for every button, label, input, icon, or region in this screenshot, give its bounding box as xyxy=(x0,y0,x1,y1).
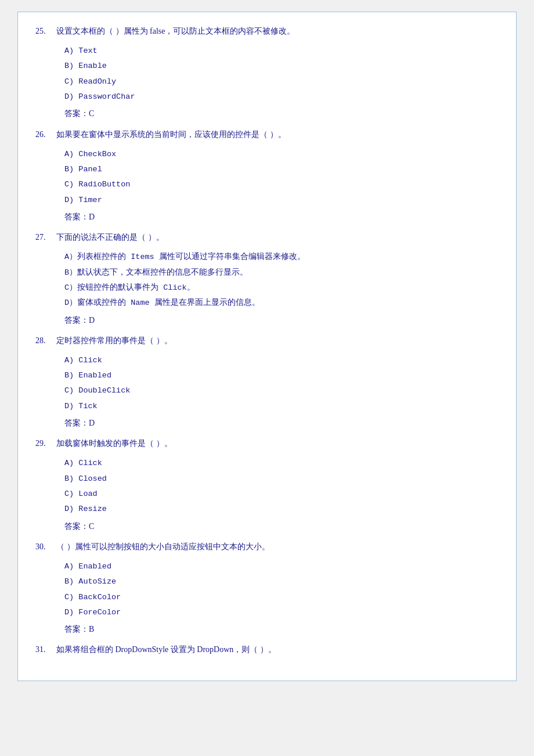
question-text: 设置文本框的（ ）属性为 false，可以防止文本框的内容不被修改。 xyxy=(56,24,499,38)
option-item-0: A) Click xyxy=(64,456,499,470)
option-item-0: A) Text xyxy=(64,44,499,58)
option-item-3: D) Tick xyxy=(64,399,499,413)
question-title: 28.定时器控件常用的事件是（ ）。 xyxy=(35,333,499,348)
question-block-4: 28.定时器控件常用的事件是（ ）。A) ClickB) EnabledC) D… xyxy=(35,333,499,431)
question-title: 31.如果将组合框的 DropDownStyle 设置为 DropDown，则（… xyxy=(35,642,499,657)
options-block: A) ClickB) EnabledC) DoubleClickD) Tick xyxy=(35,354,499,413)
question-text: 如果要在窗体中显示系统的当前时间，应该使用的控件是（ ）。 xyxy=(56,127,499,142)
question-text: 如果将组合框的 DropDownStyle 设置为 DropDown，则（ ）。 xyxy=(56,642,499,657)
option-item-2: C) RadioButton xyxy=(64,178,499,192)
question-text: 下面的说法不正确的是（ ）。 xyxy=(56,230,499,244)
option-item-2: C) ReadOnly xyxy=(64,75,499,89)
question-number: 26. xyxy=(35,127,56,142)
option-item-2: C) BackColor xyxy=(64,591,499,604)
question-title: 26.如果要在窗体中显示系统的当前时间，应该使用的控件是（ ）。 xyxy=(35,127,499,142)
question-number: 25. xyxy=(35,24,56,38)
option-item-0: A）列表框控件的 Items 属性可以通过字符串集合编辑器来修改。 xyxy=(64,250,499,264)
option-item-1: B) Closed xyxy=(64,472,499,486)
option-item-0: A) Click xyxy=(64,354,499,368)
answer-line: 答案：C xyxy=(35,519,499,534)
question-text: 定时器控件常用的事件是（ ）。 xyxy=(56,333,499,348)
question-text: （ ）属性可以控制按钮的大小自动适应按钮中文本的大小。 xyxy=(56,539,499,554)
answer-line: 答案：D xyxy=(35,313,499,327)
answer-line: 答案：D xyxy=(35,416,499,430)
question-title: 29.加载窗体时触发的事件是（ ）。 xyxy=(35,436,499,451)
option-item-3: D) Timer xyxy=(64,193,499,207)
question-number: 29. xyxy=(35,436,56,451)
option-item-1: B) Panel xyxy=(64,163,499,177)
answer-line: 答案：B xyxy=(35,622,499,636)
question-number: 31. xyxy=(35,642,56,657)
question-block-2: 26.如果要在窗体中显示系统的当前时间，应该使用的控件是（ ）。A) Check… xyxy=(35,127,499,225)
options-block: A) TextB) EnableC) ReadOnlyD) PasswordCh… xyxy=(35,44,499,104)
question-title: 27.下面的说法不正确的是（ ）。 xyxy=(35,230,499,244)
question-number: 28. xyxy=(35,333,56,348)
options-block: A) ClickB) ClosedC) LoadD) Resize xyxy=(35,456,499,516)
options-block: A) EnabledB) AutoSizeC) BackColorD) Fore… xyxy=(35,560,499,620)
answer-line: 答案：C xyxy=(35,106,499,121)
question-title: 30.（ ）属性可以控制按钮的大小自动适应按钮中文本的大小。 xyxy=(35,539,499,554)
question-block-5: 29.加载窗体时触发的事件是（ ）。A) ClickB) ClosedC) Lo… xyxy=(35,436,499,534)
question-text: 加载窗体时触发的事件是（ ）。 xyxy=(56,436,499,451)
options-block: A）列表框控件的 Items 属性可以通过字符串集合编辑器来修改。B）默认状态下… xyxy=(35,250,499,310)
option-item-0: A) Enabled xyxy=(64,560,499,574)
page-container: 25.设置文本框的（ ）属性为 false，可以防止文本框的内容不被修改。A) … xyxy=(17,12,517,681)
question-number: 27. xyxy=(35,230,56,244)
question-block-3: 27.下面的说法不正确的是（ ）。A）列表框控件的 Items 属性可以通过字符… xyxy=(35,230,499,327)
option-item-0: A) CheckBox xyxy=(64,147,499,161)
option-item-2: C) DoubleClick xyxy=(64,384,499,398)
option-item-2: C) Load xyxy=(64,487,499,501)
option-item-3: D) ForeColor xyxy=(64,606,499,620)
option-item-3: D）窗体或控件的 Name 属性是在界面上显示的信息。 xyxy=(64,296,499,310)
option-item-1: B) AutoSize xyxy=(64,575,499,589)
answer-line: 答案：D xyxy=(35,210,499,224)
question-block-7: 31.如果将组合框的 DropDownStyle 设置为 DropDown，则（… xyxy=(35,642,499,663)
option-item-3: D) PasswordChar xyxy=(64,90,499,104)
option-item-3: D) Resize xyxy=(64,502,499,516)
question-title: 25.设置文本框的（ ）属性为 false，可以防止文本框的内容不被修改。 xyxy=(35,24,499,38)
options-block: A) CheckBoxB) PanelC) RadioButtonD) Time… xyxy=(35,147,499,207)
option-item-1: B) Enable xyxy=(64,59,499,73)
question-block-1: 25.设置文本框的（ ）属性为 false，可以防止文本框的内容不被修改。A) … xyxy=(35,24,499,121)
option-item-1: B) Enabled xyxy=(64,369,499,383)
option-item-1: B）默认状态下，文本框控件的信息不能多行显示。 xyxy=(64,266,499,280)
option-item-2: C）按钮控件的默认事件为 Click。 xyxy=(64,281,499,295)
question-block-6: 30.（ ）属性可以控制按钮的大小自动适应按钮中文本的大小。A) Enabled… xyxy=(35,539,499,637)
question-number: 30. xyxy=(35,539,56,554)
